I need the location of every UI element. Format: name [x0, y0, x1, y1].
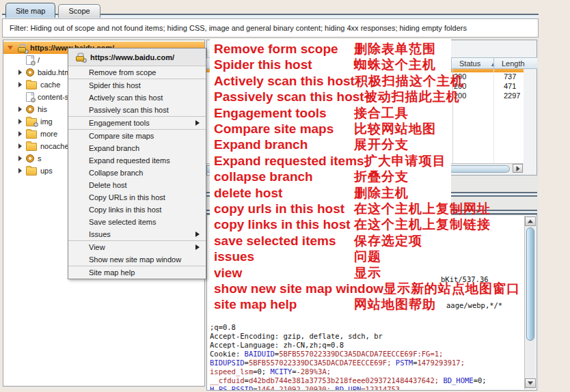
annotation-english: delete host — [214, 186, 354, 201]
tab-site-map[interactable]: Site map — [5, 3, 55, 18]
filter-bar[interactable]: Filter: Hiding out of scope and not foun… — [2, 18, 539, 38]
annotation-english: collapse branch — [214, 169, 354, 184]
menu-item-actively-scan-this-host[interactable]: Actively scan this host — [68, 92, 206, 104]
folder-icon — [26, 130, 37, 139]
folder-icon — [26, 143, 37, 151]
screenshot-root: Site map Scope Filter: Hiding out of sco… — [0, 0, 570, 392]
annotation-line: view显示 — [214, 266, 381, 281]
menu-item-spider-this-host[interactable]: Spider this host — [68, 79, 206, 92]
tree-item-label: ups — [40, 167, 53, 175]
status-dot — [31, 98, 36, 102]
http-line: ispeed_lsm=0; MCITY=-289%3A; — [210, 367, 487, 376]
scroll-right-button[interactable] — [513, 164, 523, 173]
menu-item-view[interactable]: View — [68, 241, 206, 253]
tab-bar: Site map Scope — [2, 0, 539, 18]
http-line: Accept-Encoding: gzip, deflate, sdch, br — [210, 332, 487, 341]
file-icon — [26, 92, 34, 102]
arrow-down-icon — [528, 382, 533, 385]
annotation-line: Expand requested items扩大申请项目 — [214, 154, 446, 169]
submenu-arrow-icon — [195, 232, 200, 237]
annotation-chinese: 比较网站地图 — [354, 122, 436, 136]
bottom-margin — [2, 388, 206, 392]
lock-icon — [17, 44, 27, 53]
annotation-chinese: 扩大申请项目 — [364, 154, 446, 168]
lock-status-dot — [82, 58, 87, 63]
annotation-chinese: 显示新的站点地图窗口 — [383, 281, 520, 296]
menu-item-compare-site-maps[interactable]: Compare site maps — [68, 130, 206, 142]
menu-item-expand-branch[interactable]: Expand branch — [68, 142, 206, 154]
tree-item-label: content-s — [38, 93, 68, 101]
tree-item-label: baidu.htm — [38, 68, 70, 76]
http-line: __cfduid=d42bdb744e381a37753b218feee0293… — [210, 376, 487, 385]
expanded-arrow-icon[interactable] — [8, 46, 13, 50]
context-menu-header: https://www.baidu.com/ — [68, 48, 206, 66]
column-header-status[interactable]: Status▲ — [451, 58, 493, 70]
annotation-chinese: 问题 — [354, 249, 381, 264]
arrow-right-icon — [516, 166, 519, 171]
annotation-english: Actively scan this host — [214, 74, 355, 89]
menu-item-delete-host[interactable]: Delete host — [68, 179, 206, 191]
tree-item-label: s — [38, 154, 42, 163]
column-header-length[interactable]: Length — [493, 58, 537, 70]
collapsed-arrow-icon[interactable] — [18, 119, 22, 124]
filter-text: Filter: Hiding out of scope and not foun… — [10, 24, 467, 32]
annotation-chinese: 网站地图帮助 — [354, 297, 436, 311]
annotation-line: Engagement tools接合工具 — [214, 106, 409, 121]
menu-item-passively-scan-this-host[interactable]: Passively scan this host — [68, 104, 206, 116]
menu-item-issues[interactable]: Issues — [68, 228, 206, 240]
scrollbar-thumb[interactable] — [526, 227, 534, 341]
annotation-chinese: 在这个主机上复制链接 — [354, 217, 491, 232]
annotation-line: show new site map window显示新的站点地图窗口 — [214, 281, 520, 296]
menu-item-copy-urls-in-this-host[interactable]: Copy URLs in this host — [68, 191, 206, 204]
menu-item-site-map-help[interactable]: Site map help — [68, 266, 206, 279]
annotation-english: Expand branch — [214, 137, 354, 152]
folder-icon — [26, 167, 37, 176]
menu-item-copy-links-in-this-host[interactable]: Copy links in this host — [68, 204, 206, 216]
collapsed-arrow-icon[interactable] — [18, 131, 22, 137]
collapsed-arrow-icon[interactable] — [18, 70, 22, 75]
gear-icon — [26, 154, 34, 163]
http-line: BIDUPSID=5BFB557022339DC3A5DACDA7EECCE69… — [210, 359, 487, 367]
annotation-english: Engagement tools — [214, 106, 354, 121]
annotation-english: Passively scan this host — [214, 89, 364, 104]
submenu-arrow-icon — [195, 120, 200, 126]
http-request-text: ;q=0.8Accept-Encoding: gzip, deflate, sd… — [210, 323, 487, 391]
annotation-english: copy urls in this host — [214, 201, 354, 216]
annotation-english: Expand requested items — [214, 154, 364, 169]
menu-item-expand-requested-items[interactable]: Expand requested items — [68, 154, 206, 167]
tree-item-label: more — [40, 130, 57, 138]
annotation-english: copy links in this host — [214, 217, 354, 232]
annotation-chinese: 折叠分支 — [354, 169, 409, 184]
arrow-up-icon — [528, 220, 533, 223]
status-dot — [33, 122, 38, 127]
collapsed-arrow-icon[interactable] — [18, 168, 22, 173]
http-text-fragment: aage/webp,*/* — [446, 301, 502, 309]
annotation-line: issues问题 — [214, 249, 381, 264]
collapsed-arrow-icon[interactable] — [18, 82, 22, 87]
folder-icon — [26, 81, 37, 89]
gear-icon — [26, 68, 34, 76]
menu-item-engagement-tools[interactable]: Engagement tools — [68, 117, 206, 129]
length-cell: 2297 — [504, 92, 520, 100]
http-line: Cookie: BAIDUID=5BFB557022339DC3A5DACDA7… — [210, 350, 487, 359]
annotation-line: Compare site maps比较网站地图 — [214, 122, 436, 137]
scroll-up-button[interactable] — [525, 216, 536, 226]
annotation-line: Actively scan this host积极扫描这个主机 — [214, 74, 464, 89]
gear-icon — [26, 105, 34, 113]
menu-item-remove-from-scope[interactable]: Remove from scope — [68, 66, 206, 79]
annotation-english: Spider this host — [214, 57, 354, 72]
tab-scope[interactable]: Scope — [58, 4, 100, 18]
scroll-down-button[interactable] — [525, 378, 536, 388]
http-line: ;q=0.8 — [210, 323, 487, 332]
annotation-line: save selected items保存选定项 — [214, 234, 422, 249]
collapsed-arrow-icon[interactable] — [18, 107, 22, 112]
annotation-chinese: 被动扫描此主机 — [364, 89, 460, 104]
file-icon — [26, 55, 34, 65]
menu-item-collapse-branch[interactable]: Collapse branch — [68, 167, 206, 179]
collapsed-arrow-icon[interactable] — [18, 143, 22, 149]
menu-item-show-new-site-map-window[interactable]: Show new site map window — [68, 253, 206, 266]
menu-item-save-selected-items[interactable]: Save selected items — [68, 216, 206, 228]
request-vertical-scrollbar[interactable] — [524, 216, 536, 389]
annotation-english: Remove form scope — [214, 42, 354, 57]
collapsed-arrow-icon[interactable] — [18, 156, 22, 161]
